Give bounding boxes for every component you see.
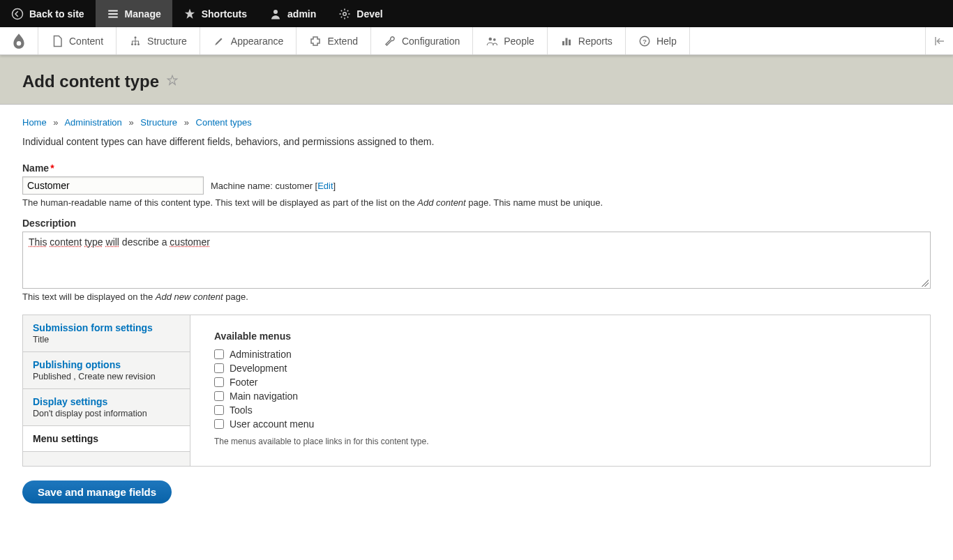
chart-icon bbox=[560, 35, 573, 47]
svg-point-9 bbox=[493, 38, 496, 40]
menu-checkbox-row: Tools bbox=[214, 403, 910, 417]
breadcrumb: Home » Administration » Structure » Cont… bbox=[22, 117, 931, 128]
page-title: Add content type bbox=[22, 72, 179, 91]
breadcrumb-structure[interactable]: Structure bbox=[140, 117, 177, 128]
available-menus-list: Administration Development Footer Main n… bbox=[214, 347, 910, 431]
title-region: Add content type bbox=[0, 55, 953, 105]
svg-rect-12 bbox=[569, 39, 571, 45]
name-help-text: The human-readable name of this content … bbox=[22, 197, 931, 208]
menu-reports[interactable]: Reports bbox=[548, 27, 626, 54]
menu-appearance[interactable]: Appearance bbox=[200, 27, 297, 54]
svg-point-0 bbox=[13, 8, 23, 19]
intro-text: Individual content types can have differ… bbox=[22, 136, 931, 147]
user-icon bbox=[269, 8, 282, 20]
machine-name-text: Machine name: customer [Edit] bbox=[211, 181, 336, 191]
svg-rect-10 bbox=[562, 41, 564, 45]
menu-checkbox-user-account-menu[interactable] bbox=[214, 419, 224, 429]
menu-people[interactable]: People bbox=[473, 27, 548, 54]
people-icon bbox=[486, 35, 498, 47]
help-icon: ? bbox=[638, 35, 651, 47]
menu-checkbox-row: Footer bbox=[214, 375, 910, 389]
tab-submission-settings[interactable]: Submission form settings Title bbox=[23, 315, 190, 352]
admin-menu: Content Structure Appearance Extend Conf… bbox=[0, 27, 953, 55]
menu-checkbox-row: Main navigation bbox=[214, 389, 910, 403]
description-label: Description bbox=[22, 218, 931, 229]
svg-point-2 bbox=[343, 12, 347, 15]
svg-point-8 bbox=[489, 37, 493, 40]
drupal-logo[interactable] bbox=[0, 27, 38, 54]
menu-checkbox-row: User account menu bbox=[214, 417, 910, 431]
menu-content[interactable]: Content bbox=[38, 27, 117, 54]
collapse-toggle[interactable] bbox=[925, 27, 953, 54]
vertical-tabs-menu: Submission form settings Title Publishin… bbox=[23, 315, 190, 466]
name-label: Name* bbox=[22, 162, 931, 174]
menu-checkbox-row: Development bbox=[214, 361, 910, 375]
svg-rect-11 bbox=[565, 38, 567, 45]
svg-point-1 bbox=[273, 10, 278, 14]
menu-checkbox-main-navigation[interactable] bbox=[214, 391, 224, 401]
star-icon bbox=[183, 8, 196, 20]
machine-name-edit-link[interactable]: Edit bbox=[317, 181, 333, 191]
content-region: Home » Administration » Structure » Cont… bbox=[0, 105, 953, 524]
top-toolbar: Back to site Manage Shortcuts admin Deve… bbox=[0, 0, 953, 27]
devel-label: Devel bbox=[357, 8, 382, 20]
required-mark: * bbox=[50, 162, 54, 174]
svg-point-5 bbox=[131, 43, 133, 45]
puzzle-icon bbox=[309, 35, 322, 47]
user-link[interactable]: admin bbox=[258, 0, 327, 27]
breadcrumb-content-types[interactable]: Content types bbox=[196, 117, 252, 128]
save-and-manage-fields-button[interactable]: Save and manage fields bbox=[22, 480, 172, 504]
shortcuts-link[interactable]: Shortcuts bbox=[172, 0, 258, 27]
available-menus-heading: Available menus bbox=[214, 331, 910, 342]
shortcut-star-icon[interactable] bbox=[166, 74, 179, 90]
name-input[interactable] bbox=[22, 176, 204, 195]
manage-toggle[interactable]: Manage bbox=[96, 0, 172, 27]
menu-checkbox-tools[interactable] bbox=[214, 405, 224, 415]
menu-checkbox-development[interactable] bbox=[214, 363, 224, 373]
menu-checkbox-footer[interactable] bbox=[214, 377, 224, 387]
manage-label: Manage bbox=[125, 8, 161, 20]
breadcrumb-home[interactable]: Home bbox=[22, 117, 47, 128]
tab-menu-settings[interactable]: Menu settings bbox=[23, 426, 190, 452]
svg-text:?: ? bbox=[643, 37, 647, 45]
menu-help[interactable]: ? Help bbox=[626, 27, 690, 54]
document-icon bbox=[51, 35, 63, 47]
svg-point-7 bbox=[137, 43, 140, 45]
vertical-tabs-content: Available menus Administration Developme… bbox=[190, 315, 930, 466]
menu-help-text: The menus available to place links in fo… bbox=[214, 437, 910, 446]
user-label: admin bbox=[287, 8, 316, 20]
svg-point-6 bbox=[135, 43, 137, 45]
menu-checkbox-row: Administration bbox=[214, 347, 910, 361]
vertical-tabs: Submission form settings Title Publishin… bbox=[22, 315, 931, 467]
back-arrow-icon bbox=[11, 8, 24, 20]
back-to-site-label: Back to site bbox=[29, 8, 84, 20]
back-to-site-link[interactable]: Back to site bbox=[0, 0, 96, 27]
svg-point-3 bbox=[17, 41, 22, 46]
menu-extend[interactable]: Extend bbox=[297, 27, 371, 54]
menu-configuration[interactable]: Configuration bbox=[371, 27, 473, 54]
tab-display-settings[interactable]: Display settings Don't display post info… bbox=[23, 389, 190, 426]
wrench-icon bbox=[384, 35, 396, 47]
gear-icon bbox=[338, 8, 351, 20]
structure-icon bbox=[129, 35, 142, 47]
shortcuts-label: Shortcuts bbox=[202, 8, 247, 20]
breadcrumb-administration[interactable]: Administration bbox=[64, 117, 121, 128]
description-help-text: This text will be displayed on the Add n… bbox=[22, 292, 931, 302]
menu-checkbox-administration[interactable] bbox=[214, 349, 224, 359]
tab-publishing-options[interactable]: Publishing options Published , Create ne… bbox=[23, 352, 190, 389]
paintbrush-icon bbox=[213, 35, 225, 47]
name-field-group: Name* Machine name: customer [Edit] The … bbox=[22, 162, 931, 208]
svg-point-4 bbox=[135, 36, 137, 38]
devel-link[interactable]: Devel bbox=[327, 0, 393, 27]
menu-structure[interactable]: Structure bbox=[117, 27, 200, 54]
description-field-group: Description This content type will descr… bbox=[22, 218, 931, 302]
hamburger-icon bbox=[107, 8, 119, 20]
description-textarea[interactable]: This content type will describe a custom… bbox=[22, 232, 931, 289]
